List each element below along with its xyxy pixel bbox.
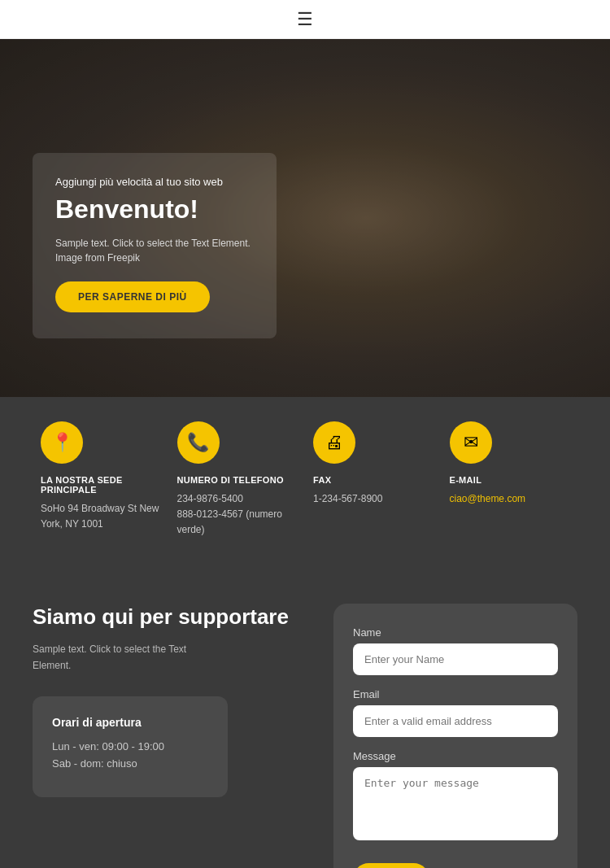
submit-button[interactable]: Invia: [353, 863, 429, 868]
location-icon: 📍: [41, 421, 83, 464]
hours-box: Orari di apertura Lun - ven: 09:00 - 19:…: [33, 696, 228, 797]
hours-title: Orari di apertura: [52, 716, 208, 729]
hero-subtitle: Aggiungi più velocità al tuo sito web: [55, 176, 254, 188]
email-group: Email: [353, 688, 558, 737]
message-textarea[interactable]: [353, 767, 558, 840]
hero-content-box: Aggiungi più velocità al tuo sito web Be…: [33, 153, 277, 338]
menu-icon[interactable]: ☰: [297, 9, 313, 30]
fax-icon: 🖨: [313, 421, 355, 464]
info-fax: 🖨 FAX 1-234-567-8900: [305, 421, 442, 539]
info-location: 📍 LA NOSTRA SEDE PRINCIPALE SoHo 94 Broa…: [33, 421, 169, 539]
message-label: Message: [353, 750, 558, 762]
header: ☰: [0, 0, 610, 39]
name-input[interactable]: [353, 643, 558, 675]
message-group: Message: [353, 750, 558, 844]
email-icon: ✉: [450, 421, 492, 464]
contact-section: Siamo qui per supportare Sample text. Cl…: [0, 563, 610, 868]
info-email: ✉ E-MAIL ciao@theme.com: [442, 421, 578, 539]
email-label: Email: [353, 688, 558, 700]
info-strip: 📍 LA NOSTRA SEDE PRINCIPALE SoHo 94 Broa…: [0, 397, 610, 563]
info-phone: 📞 NUMERO DI TELEFONO 234-9876-5400 888-0…: [169, 421, 306, 539]
contact-title: Siamo qui per supportare: [33, 604, 301, 631]
name-label: Name: [353, 626, 558, 639]
info-fax-label: FAX: [313, 475, 331, 485]
phone-icon: 📞: [177, 421, 220, 464]
info-location-value: SoHo 94 Broadway St New York, NY 1001: [41, 501, 161, 532]
hero-cta-button[interactable]: PER SAPERNE DI PIÙ: [55, 281, 210, 312]
info-fax-value: 1-234-567-8900: [313, 491, 382, 507]
contact-left: Siamo qui per supportare Sample text. Cl…: [33, 604, 301, 797]
email-input[interactable]: [353, 705, 558, 737]
hero-text: Sample text. Click to select the Text El…: [55, 236, 254, 265]
info-email-value: ciao@theme.com: [450, 491, 526, 507]
name-group: Name: [353, 626, 558, 675]
info-phone-value: 234-9876-5400 888-0123-4567 (numero verd…: [177, 491, 298, 539]
hero-title: Benvenuto!: [55, 194, 254, 225]
info-email-label: E-MAIL: [450, 475, 482, 485]
contact-description: Sample text. Click to select the Text El…: [33, 642, 301, 673]
hours-weekday: Lun - ven: 09:00 - 19:00: [52, 740, 208, 752]
hero-section: Aggiungi più velocità al tuo sito web Be…: [0, 39, 610, 397]
email-link[interactable]: ciao@theme.com: [450, 493, 526, 504]
hours-weekend: Sab - dom: chiuso: [52, 757, 208, 770]
info-location-label: LA NOSTRA SEDE PRINCIPALE: [41, 475, 161, 495]
contact-form: Name Email Message Invia: [333, 604, 577, 868]
info-phone-label: NUMERO DI TELEFONO: [177, 475, 284, 485]
